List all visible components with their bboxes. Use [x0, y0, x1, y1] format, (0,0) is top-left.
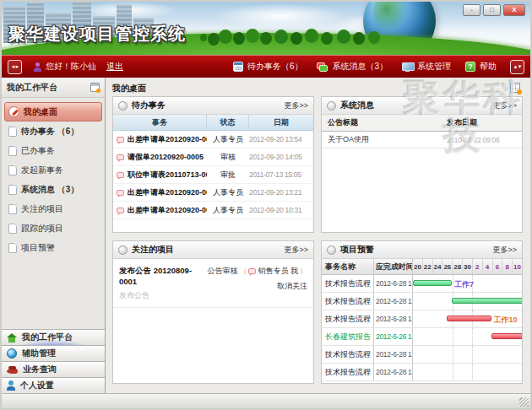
- nav-button[interactable]: 业务查询: [2, 361, 105, 377]
- gantt-row[interactable]: 长春建筑报告2012-6-26 1: [322, 328, 522, 346]
- gantt-bar-label: 工作7: [454, 279, 474, 290]
- message-title: 关于OA使用: [328, 134, 447, 145]
- logout-link[interactable]: 退出: [106, 61, 123, 73]
- timeline-tick: 26: [442, 259, 453, 274]
- timeline-tick: 22: [423, 259, 433, 274]
- messages-panel-header: 系统消息 更多>>: [322, 97, 522, 115]
- task-bubble-icon: [117, 208, 124, 213]
- warning-panel-header: 项目预警 更多>>: [322, 241, 522, 259]
- sidebar-item-label: 待办事务 （6）: [21, 126, 79, 138]
- nav-button-label: 个人设置: [20, 380, 54, 391]
- sidebar-item-label: 我的桌面: [24, 106, 57, 118]
- timeline-tick: 24: [433, 259, 443, 274]
- gantt-bar-green: [452, 298, 522, 304]
- resize-grip[interactable]: [519, 397, 529, 407]
- followed-project-item[interactable]: 发布公告 20120809-0001 发布公告 公告审核 （ 销售专员 我 ）: [113, 259, 313, 308]
- todo-status: 人事专员: [207, 134, 249, 145]
- followed-item-status-line: 公告审核 （ 销售专员 我 ）: [207, 266, 307, 277]
- gantt-gridline: [453, 275, 453, 292]
- todo-row[interactable]: 出差申请单20120920-0002人事专员2012-09-20 10:31: [113, 202, 313, 219]
- gantt-task-name: 技术报告流程: [322, 293, 374, 310]
- user-info: 您好！陈小仙: [34, 61, 96, 73]
- sidebar-item-label: 项目预警: [21, 242, 55, 254]
- nav-button[interactable]: 辅助管理: [2, 345, 105, 361]
- todo-row[interactable]: 出差申请单20120920-0004人事专员2012-09-20 13:54: [113, 131, 313, 148]
- panel-settings-icon[interactable]: [90, 83, 100, 92]
- gantt-bar-area: [413, 328, 522, 345]
- globe-gear-icon: [7, 348, 17, 359]
- gantt-bar-area: 工作10: [413, 310, 522, 327]
- toolbar-item-system-monitor[interactable]: 系统管理: [402, 61, 451, 73]
- gantt-gridline: [472, 346, 473, 363]
- system-monitor-icon: [402, 62, 413, 72]
- desktop-config-icon[interactable]: [510, 83, 520, 93]
- todo-more-link[interactable]: 更多>>: [284, 100, 308, 111]
- todo-col-date: 日期: [249, 115, 313, 130]
- nav-button[interactable]: 个人设置: [2, 377, 105, 393]
- gantt-col-due: 应完成时间: [374, 259, 413, 274]
- user-icon: [34, 62, 41, 72]
- messages-panel-title: 系统消息: [340, 100, 374, 111]
- todo-calendar-icon: [233, 62, 243, 72]
- todo-date: 2012-09-20 13:54: [249, 135, 313, 143]
- minimize-button[interactable]: -: [463, 4, 480, 16]
- gantt-row[interactable]: 技术报告流程2012-6-28 1: [322, 364, 522, 381]
- todo-status: 人事专员: [207, 187, 249, 198]
- sidebar-item[interactable]: 跟踪的项目: [4, 218, 102, 238]
- gantt-row[interactable]: 技术报告流程2012-6-28 1: [322, 346, 522, 364]
- content-area: 我的工作平台 我的桌面待办事务 （6）已办事务发起新事务系统消息 （3）关注的项…: [2, 78, 530, 393]
- warning-panel-title: 项目预警: [340, 244, 374, 256]
- document-icon: [8, 243, 17, 253]
- todo-status: 审批: [207, 170, 249, 181]
- unfollow-link[interactable]: 取消关注: [207, 281, 307, 292]
- gantt-row[interactable]: 技术报告流程2012-6-28 1工作7: [322, 275, 522, 293]
- sidebar-collapse-icon[interactable]: ◄►: [8, 60, 22, 74]
- todo-row[interactable]: 职位申请表20110713-0026审批2011-07-13 15:05: [113, 166, 313, 184]
- followed-more-link[interactable]: 更多>>: [284, 245, 308, 256]
- todo-task-text: 出差申请单20120920-0003: [128, 187, 207, 198]
- maximize-button[interactable]: □: [483, 4, 501, 16]
- message-date: 2010-12-22 09:06: [447, 136, 516, 144]
- close-button[interactable]: X: [503, 4, 525, 16]
- messages-col-date: 发布日期: [447, 117, 516, 128]
- sidebar-item[interactable]: 项目预警: [4, 238, 102, 257]
- todo-task-name: 出差申请单20120920-0003: [113, 187, 207, 198]
- sidebar-item[interactable]: 发起新事务: [4, 160, 102, 180]
- gantt-gridline: [453, 346, 453, 363]
- gantt-task-name: 技术报告流程: [322, 275, 374, 292]
- messages-col-title: 公告标题: [328, 117, 447, 128]
- gantt-row[interactable]: 技术报告流程2012-6-28 1工作10: [322, 310, 522, 328]
- sidebar-item[interactable]: 待办事务 （6）: [4, 121, 102, 141]
- panel-bullet-icon: [327, 245, 336, 255]
- gantt-task-name: 长春建筑报告: [322, 328, 374, 345]
- task-bubble-icon: [117, 190, 124, 196]
- sidebar-item[interactable]: 我的桌面: [4, 102, 102, 121]
- toolbar-item-help[interactable]: ?帮助: [465, 61, 497, 73]
- todo-task-name: 职位申请表20110713-0026: [113, 170, 207, 181]
- timeline-tick: 6: [493, 259, 503, 274]
- sidebar-item[interactable]: 系统消息 （3）: [4, 180, 102, 199]
- toolbar-item-label: 系统消息（3）: [332, 61, 388, 73]
- followed-item-assignee: 销售专员 我: [258, 266, 298, 277]
- person-icon: [7, 380, 15, 391]
- gantt-gridline: [453, 364, 453, 380]
- home-icon: [7, 333, 17, 343]
- gantt-row[interactable]: 技术报告流程2012-6-28 1: [322, 293, 522, 310]
- toolbar-item-todo-calendar[interactable]: 待办事务（6）: [233, 61, 303, 73]
- toolbar-item-messages[interactable]: 系统消息（3）: [317, 61, 388, 73]
- message-row[interactable]: 关于OA使用2010-12-22 09:06: [322, 132, 522, 148]
- panel-bullet-icon: [118, 101, 128, 111]
- sidebar-header: 我的工作平台: [2, 78, 105, 98]
- messages-more-link[interactable]: 更多>>: [492, 100, 517, 111]
- header-collapse-icon[interactable]: ▲▼: [510, 60, 524, 74]
- warning-more-link[interactable]: 更多>>: [492, 245, 517, 256]
- sidebar-item[interactable]: 已办事务: [4, 141, 102, 160]
- timeline-tick: 2: [473, 259, 483, 274]
- todo-row[interactable]: 请假单20120920-0005审核2012-09-20 14:05: [113, 148, 313, 166]
- todo-row[interactable]: 出差申请单20120920-0003人事专员2012-09-20 13:21: [113, 184, 313, 202]
- sidebar-item[interactable]: 关注的项目: [4, 199, 102, 218]
- nav-button[interactable]: 我的工作平台: [2, 329, 105, 345]
- todo-panel-header: 待办事务 更多>>: [113, 97, 313, 115]
- app-title: 聚华建设项目管控系统: [8, 23, 186, 46]
- timeline-tick: 8: [502, 259, 513, 274]
